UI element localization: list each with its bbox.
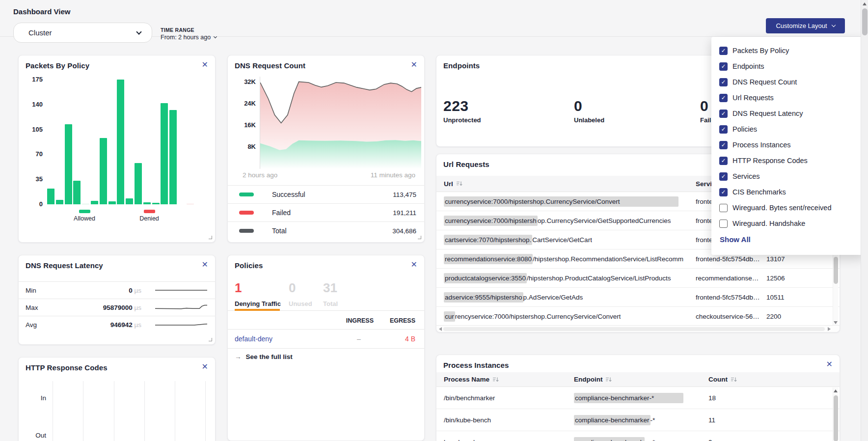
checkbox-icon[interactable]: ✓ (719, 172, 728, 181)
url-rest-text: /hipstershop.RecommendationService/ListR… (533, 255, 683, 263)
close-icon[interactable]: ✕ (826, 360, 833, 368)
show-all-link[interactable]: Show All (720, 235, 751, 244)
close-icon[interactable]: ✕ (202, 61, 208, 69)
legend-swatch (239, 211, 254, 215)
customize-layout-menu: ✓Packets By Policy✓Endpoints✓DNS Request… (711, 37, 865, 255)
checkbox-icon[interactable] (719, 220, 728, 228)
customize-layout-button[interactable]: Customize Layout (766, 18, 845, 33)
highlighted-text: cartservice:7070/hipstershop. (444, 235, 532, 245)
sparkline-max (155, 302, 207, 313)
checkbox-icon[interactable]: ✓ (719, 47, 728, 55)
time-range-value[interactable]: From: 2 hours ago (161, 34, 217, 41)
stat-denying-label[interactable]: Denying Traffic (235, 300, 281, 307)
resize-handle-icon[interactable] (418, 236, 421, 239)
checkbox-icon[interactable]: ✓ (719, 94, 728, 102)
y-tick-label: 105 (19, 126, 43, 133)
menu-item[interactable]: ✓Policies (711, 121, 865, 137)
resize-handle-icon[interactable] (209, 338, 212, 341)
y-tick-label: 175 (19, 76, 43, 83)
checkbox-icon[interactable]: ✓ (719, 125, 728, 134)
checkbox-icon[interactable]: ✓ (719, 141, 728, 149)
close-icon[interactable]: ✕ (411, 61, 417, 69)
menu-item[interactable]: ✓Packets By Policy (711, 43, 865, 58)
vertical-scrollbar[interactable] (833, 387, 838, 441)
bar (135, 163, 142, 204)
see-full-list-link[interactable]: → See the full list (235, 353, 293, 360)
card-title: Endpoints (443, 61, 480, 70)
menu-item[interactable]: ✓Endpoints (711, 58, 865, 74)
x-label-left: 2 hours ago (243, 171, 277, 179)
chevron-down-icon (214, 35, 217, 38)
y-tick-label: 32K (228, 78, 256, 85)
scrollbar-thumb[interactable] (443, 327, 825, 331)
scroll-down-icon[interactable] (834, 321, 838, 324)
url-rest-text: p.AdService/GetAds (523, 294, 583, 301)
checkbox-icon[interactable]: ✓ (719, 62, 728, 71)
checkbox-icon[interactable]: ✓ (719, 188, 728, 196)
policy-name-link[interactable]: default-deny (235, 335, 272, 343)
legend-value: 304,686 (392, 227, 416, 235)
menu-item[interactable]: ✓Services (711, 168, 865, 184)
card-title: Process Instances (443, 361, 509, 369)
scroll-right-icon[interactable] (828, 327, 831, 331)
menu-item-label: DNS Request Latency (732, 110, 803, 117)
stat-unused-label[interactable]: Unused (289, 300, 312, 307)
scroll-up-icon[interactable] (863, 2, 867, 5)
gridline (175, 381, 175, 441)
url-rest-text: /hipstershop.ProductCatalogService/ListP… (527, 275, 671, 282)
menu-item[interactable]: ✓Process Instances (711, 137, 865, 153)
divider (228, 329, 424, 330)
gridline (53, 381, 53, 441)
view-selector[interactable]: Cluster (13, 23, 152, 43)
legend-row-failed: Failed191,211 (228, 203, 424, 221)
column-header-url[interactable]: Url (444, 176, 462, 192)
resize-handle-icon[interactable] (209, 236, 212, 239)
column-header-process-name[interactable]: Process Name (444, 372, 499, 386)
menu-item[interactable]: ✓HTTP Response Codes (711, 153, 865, 168)
gridline (144, 381, 145, 441)
service-cell: frontend-5fc5754db… (696, 288, 764, 306)
process-name-cell: /bin/kube-bench (444, 409, 491, 431)
gridline (114, 381, 114, 441)
url-cell: currencyservice:7000/hipstershop.Currenc… (444, 307, 621, 326)
menu-item[interactable]: Wireguard. Handshake (711, 216, 865, 231)
http-response-codes-card: HTTP Response Codes ✕ In Out (18, 357, 216, 441)
time-range: TIME RANGE From: 2 hours ago (161, 27, 217, 41)
menu-item[interactable]: Wireguard. Bytes sent/received (711, 200, 865, 216)
menu-item[interactable]: ✓DNS Request Count (711, 74, 865, 90)
close-icon[interactable]: ✕ (202, 261, 208, 269)
horizontal-scrollbar[interactable] (436, 325, 840, 332)
legend-swatch (239, 229, 254, 233)
column-header-endpoint[interactable]: Endpoint (574, 372, 612, 386)
stat-denying-value: 1 (235, 281, 242, 294)
bar (117, 80, 124, 204)
row-label-in: In (19, 394, 46, 402)
stat-total-label[interactable]: Total (323, 300, 338, 307)
bar (82, 204, 89, 205)
checkbox-icon[interactable] (719, 204, 728, 212)
scroll-up-icon[interactable] (834, 389, 838, 392)
scrollbar-thumb[interactable] (834, 257, 838, 284)
scrollbar-thumb[interactable] (862, 8, 868, 35)
scrollbar-thumb[interactable] (834, 395, 838, 441)
checkbox-icon[interactable]: ✓ (719, 110, 728, 118)
menu-item[interactable]: ✓DNS Request Latency (711, 106, 865, 121)
close-icon[interactable]: ✕ (202, 363, 208, 371)
dashboard-root: Dashboard View Cluster TIME RANGE From: … (0, 0, 868, 441)
bar (91, 201, 98, 204)
column-header-count[interactable]: Count (708, 372, 737, 386)
y-tick-label: 140 (19, 101, 43, 108)
menu-item[interactable]: ✓CIS Benchmarks (711, 184, 865, 200)
y-tick-label: 8K (228, 143, 256, 150)
checkbox-icon[interactable]: ✓ (719, 78, 728, 86)
scroll-left-icon[interactable] (439, 327, 442, 331)
checkbox-icon[interactable]: ✓ (719, 157, 728, 165)
card-title: Packets By Policy (26, 61, 89, 70)
table-row: /bin/benchmarkercompliance-benchmarker-*… (436, 387, 840, 409)
page-scrollbar[interactable] (861, 0, 868, 441)
close-icon[interactable]: ✕ (411, 261, 417, 269)
bar (161, 103, 168, 204)
menu-item[interactable]: ✓Url Requests (711, 90, 865, 106)
count-cell: 2200 (766, 307, 781, 326)
highlighted-text: currencyservice:7000/hipstershop.Currenc… (444, 196, 678, 207)
